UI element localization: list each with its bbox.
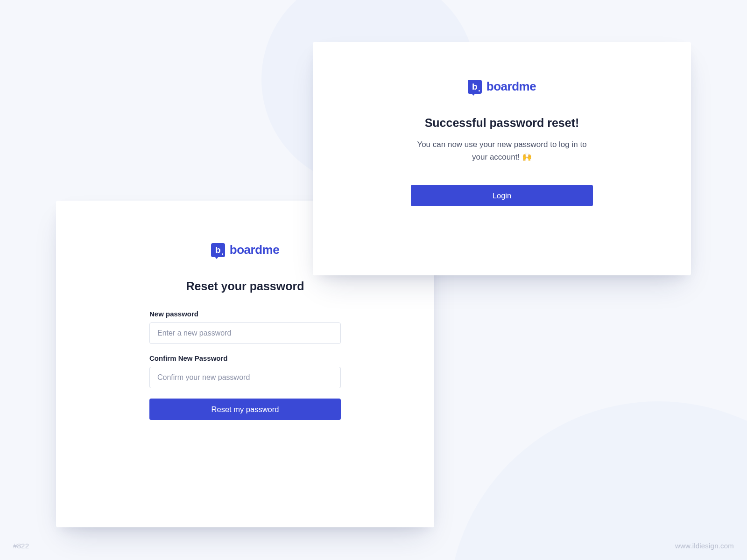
login-button[interactable]: Login <box>411 185 593 206</box>
background-circle-bottom <box>448 401 747 560</box>
logo-mark-dot <box>479 90 480 91</box>
logo-mark-icon: b <box>211 243 225 257</box>
success-subtext: You can now use your new password to log… <box>413 138 591 163</box>
footer-right-link: www.ildiesign.com <box>675 542 734 550</box>
reset-submit-button[interactable]: Reset my password <box>149 399 341 420</box>
brand-logo: b boardme <box>468 79 536 94</box>
reset-heading: Reset your password <box>186 280 304 293</box>
success-heading: Successful password reset! <box>425 116 579 130</box>
logo-mark-icon: b <box>468 80 482 94</box>
new-password-label: New password <box>149 310 341 318</box>
success-card: b boardme Successful password reset! You… <box>313 42 691 275</box>
logo-mark-dot <box>222 253 223 255</box>
logo-text: boardme <box>486 79 536 94</box>
new-password-input[interactable] <box>149 322 341 344</box>
reset-form: New password Confirm New Password Reset … <box>149 310 341 420</box>
confirm-password-group: Confirm New Password <box>149 354 341 388</box>
brand-logo: b boardme <box>211 243 279 257</box>
logo-mark-letter: b <box>215 245 221 254</box>
footer-left-tag: #822 <box>13 542 29 550</box>
confirm-password-label: Confirm New Password <box>149 354 341 362</box>
logo-text: boardme <box>230 243 279 257</box>
logo-mark-letter: b <box>472 82 478 91</box>
new-password-group: New password <box>149 310 341 344</box>
confirm-password-input[interactable] <box>149 367 341 388</box>
